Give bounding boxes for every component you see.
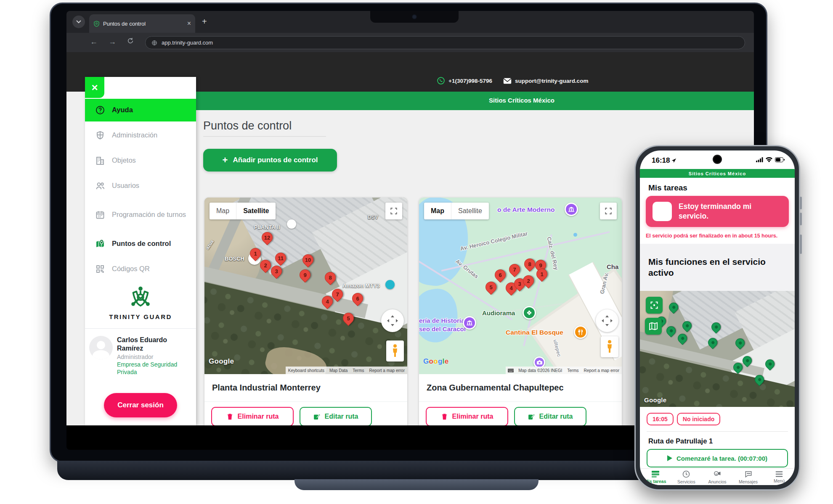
map-type-toggle[interactable]: Map Satellite [210,203,276,219]
map-label: Amazon MTY3 [342,282,380,289]
sidebar-item-objetos[interactable]: Objetos [85,149,196,172]
toggle-map[interactable]: Map [424,203,451,219]
toggle-satellite[interactable]: Satellite [451,203,489,219]
chat-icon [744,470,753,478]
phone-number: +1(307)998-5796 [448,78,492,84]
logout-button[interactable]: Cerrar sesión [104,393,177,417]
url-text: app.trinity-guard.com [162,40,213,46]
url-bar[interactable]: app.trinity-guard.com [145,36,745,49]
whatsapp-icon [437,77,445,85]
map-type-toggle[interactable]: Map Satellite [424,203,489,219]
fullscreen-icon[interactable] [385,203,402,219]
checkpoint-marker-7[interactable]: 7 [507,262,522,277]
checkpoint-marker-6[interactable]: 6 [492,267,508,282]
user-block: Carlos Eduardo Ramírez Administrador Emp… [89,336,192,376]
sidebar-item-label: Usuarios [112,182,188,190]
contact-row: +1(307)998-5796 support@trinity-guard.co… [437,77,588,85]
phone-power-button [800,235,802,254]
checkpoint-marker-5[interactable]: 5 [483,280,499,295]
museum-icon [565,203,578,216]
phone-volume-button [800,197,802,209]
toggle-map[interactable]: Map [210,203,236,219]
delete-route-button[interactable]: Eliminar ruta [426,407,508,425]
envelope-icon [503,78,512,84]
poi-dot [385,280,395,289]
sidebar-item-c-digos-qr[interactable]: Códigos QR [85,258,196,280]
edit-route-button[interactable]: Editar ruta [514,407,586,425]
fullscreen-icon[interactable] [600,203,617,219]
sidebar: × Ayuda Administración Objetos Usuarios … [85,77,196,425]
delete-route-button[interactable]: Eliminar ruta [211,407,294,425]
phone-map[interactable]: Google [640,291,795,407]
map-label: DSV [368,214,378,220]
reload-icon[interactable] [127,37,134,46]
pegman-icon[interactable] [601,336,618,357]
finish-service-button[interactable]: Estoy terminando mi servicio. [646,196,789,227]
start-task-button[interactable]: Comenzaré la tarea. (00:07:00) [647,449,788,467]
new-tab-button[interactable]: + [202,17,207,26]
phone-checkpoint-marker[interactable] [676,332,689,345]
phone-tab-label: Menú [774,478,785,483]
attribution-link[interactable]: Report a map error [367,367,407,374]
map-layers-button[interactable] [645,318,662,335]
route-card-monterrey: DSV PLANTA II BOSCH Amazon MTY3 azua 121… [204,198,407,425]
avatar [89,336,113,359]
back-icon[interactable]: ← [90,37,98,46]
phone-tab-servicios[interactable]: Servicios [671,469,702,485]
phone-screen: 16:18 Sitios Críticos México Mis tareas … [640,150,795,485]
phone-tab-anuncios[interactable]: Anuncios [702,469,733,485]
shield-icon [95,130,105,140]
sidebar-item-usuarios[interactable]: Usuarios [85,174,196,197]
phone-frame: 16:18 Sitios Críticos México Mis tareas … [634,145,800,491]
attribution-link[interactable]: Terms [350,367,366,374]
checkbox[interactable] [653,202,672,221]
sidebar-close-button[interactable]: × [85,77,104,98]
phone-tab-mis-tareas[interactable]: Mis tareas [640,469,671,485]
sidebar-item-label: Programación de turnos [112,211,188,219]
phone-contact[interactable]: +1(307)998-5796 [437,77,492,85]
users-icon [95,181,105,191]
map-roadmap[interactable]: o de Arte Moderno Av. Heroico Colegio Mi… [419,198,622,374]
email-contact[interactable]: support@trinity-guard.com [503,78,588,84]
map-attribution: Keyboard shortcutsMap DataTermsReport a … [204,367,407,374]
section-title: Mis funciones en el servicio activo [648,256,783,279]
tab-title: Puntos de control [103,21,184,27]
attribution-link[interactable]: Map Data [327,367,350,374]
tab-search-chevron-icon[interactable] [72,16,85,28]
sidebar-item-ayuda[interactable]: Ayuda [85,99,196,121]
edit-icon [313,413,320,420]
forward-icon[interactable]: → [109,37,116,46]
qr-icon [95,264,105,274]
browser-tab[interactable]: Puntos de control × [89,14,195,33]
scan-qr-button[interactable] [646,297,663,314]
keyboard-icon [506,367,516,374]
sidebar-item-programaci-n-de-turnos[interactable]: Programación de turnos [85,200,196,230]
map-attribution: Map data ©2026 INEGITermsReport a map er… [419,367,622,374]
badges-row: 16:05 No iniciado [647,413,720,425]
checkpoint-marker-9[interactable]: 9 [297,267,313,282]
tab-close-icon[interactable]: × [187,20,191,27]
phone-checkpoint-marker[interactable] [734,337,747,350]
add-checkpoints-button[interactable]: + Añadir puntos de control [203,149,337,172]
edit-icon [528,413,535,420]
pan-control[interactable] [596,309,618,332]
poi-label: ería de Historia [419,317,464,324]
poi-label: o de Arte Moderno [497,206,554,214]
sidebar-item-administraci-n[interactable]: Administración [85,124,196,147]
trinity-guard-logo-icon [127,284,154,310]
toggle-satellite[interactable]: Satellite [236,203,276,219]
phone-tab-mensajes[interactable]: Mensajes [733,469,764,485]
sidebar-item-puntos-de-control[interactable]: Puntos de control [85,232,196,255]
poi-label: seo del Caracol [419,325,466,332]
announce-icon [713,470,722,478]
pan-control[interactable] [381,309,404,332]
attribution-link[interactable]: Keyboard shortcuts [286,367,327,374]
attribution-link[interactable]: Report a map error [581,367,622,374]
attribution-link[interactable]: Map data ©2026 INEGI [516,367,565,374]
pegman-icon[interactable] [386,340,404,362]
phone-tab-men-[interactable]: Menú [764,469,795,485]
museum-icon [463,316,476,330]
edit-route-button[interactable]: Editar ruta [300,407,372,425]
attribution-link[interactable]: Terms [565,367,581,374]
map-satellite[interactable]: DSV PLANTA II BOSCH Amazon MTY3 azua 121… [204,198,407,374]
